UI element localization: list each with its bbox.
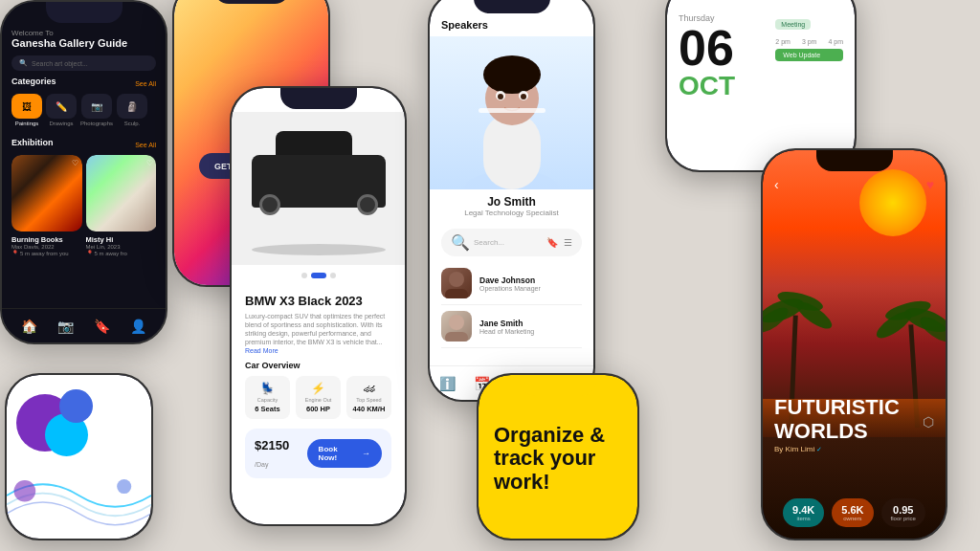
speakers-search-bar[interactable]: 🔍 Search... 🔖 ☰ <box>441 229 582 256</box>
cat-sculpt[interactable]: 🗿 <box>117 94 147 119</box>
speakers-header: Speakers <box>430 13 593 36</box>
spec-capacity: 💺 Capacity 6 Seats <box>245 376 290 419</box>
bmw-book-button[interactable]: Book Now! → <box>307 439 382 468</box>
speaker-job-title: Legal Technology Specialist <box>441 209 582 217</box>
cal-time-3: 4 pm <box>828 38 843 45</box>
art-card-burning[interactable]: ♡ Burning Books Max Davis, 2022 📍 5 m aw… <box>11 155 82 256</box>
ethereum-icon: ⬡ <box>923 414 934 430</box>
web-update-event: Web Update <box>775 49 843 61</box>
nav-gallery-icon[interactable]: 📷 <box>57 319 74 334</box>
stat-floor: 0.95 floor price <box>881 498 925 527</box>
art-burning-name: Burning Books <box>11 235 82 244</box>
futuristic-title-section: FUTURISTICWORLDS By Kim Limi ✓ <box>774 396 900 452</box>
speed-value: 440 KM/H <box>353 405 386 413</box>
speaker-item-dave[interactable]: Dave Johnson Operations Manager <box>441 262 582 305</box>
speakers-content: Speakers Jo Smith Legal Technology <box>430 0 593 400</box>
speaker-person-svg <box>464 46 560 189</box>
bmw-content: BMW X3 Black 2023 Luxury-compact SUV tha… <box>232 88 405 524</box>
bmw-model-name: BMW X3 Black 2023 <box>245 294 391 308</box>
speaker-name-section: Jo Smith Legal Technology Specialist <box>430 189 593 223</box>
bmw-price-unit: /Day <box>255 461 268 468</box>
svg-point-13 <box>449 315 464 330</box>
spec-engine: ⚡ Engine Out 600 HP <box>296 376 341 419</box>
svg-point-8 <box>498 94 503 99</box>
cat-paintings[interactable]: 🖼 <box>11 94 42 119</box>
bmw-car-image <box>232 112 405 265</box>
nav-home-icon[interactable]: 🏠 <box>21 319 37 334</box>
art-card-misty[interactable]: ♡ Misty Hi Mei Lin, 2023 📍 5 m away fro <box>86 155 157 256</box>
dave-role: Operations Manager <box>479 285 541 292</box>
heart-icon[interactable]: ♡ <box>72 159 78 167</box>
svg-rect-10 <box>479 108 546 113</box>
jane-role: Head of Marketing <box>479 328 534 335</box>
filter-icon[interactable]: ☰ <box>564 237 572 248</box>
cat-drawings[interactable]: ✏️ <box>46 94 77 119</box>
stat-items-value: 9.4K <box>792 504 814 516</box>
stat-owners: 5.6K owners <box>832 498 873 527</box>
notch-calendar <box>723 0 799 4</box>
futuristic-content: ‹ ♥ ⬡ FUTURISTICWORLDS By Kim Limi ✓ 9.4… <box>763 150 946 539</box>
exhibition-see-all[interactable]: See All <box>135 142 156 148</box>
engine-label: Engine Out <box>305 397 332 403</box>
bmw-book-arrow-icon: → <box>362 449 370 458</box>
notch-bmw <box>280 88 357 109</box>
notch-futuristic <box>816 150 893 171</box>
speaker-name: Jo Smith <box>441 195 582 209</box>
svg-rect-12 <box>445 289 468 298</box>
abstract-waves <box>7 462 151 529</box>
speaker-item-jane[interactable]: Jane Smith Head of Marketing <box>441 305 582 348</box>
stat-owners-label: owners <box>843 516 861 521</box>
avatar-dave <box>441 268 472 298</box>
abstract-content <box>7 375 151 539</box>
abstract-circle-navy <box>59 389 93 423</box>
jane-name: Jane Smith <box>479 319 534 328</box>
phone-calendar: Thursday 06 OCT Meeting 2 pm 3 pm 4 pm W… <box>665 0 857 172</box>
svg-point-0 <box>14 480 36 502</box>
engine-value: 600 HP <box>306 405 330 413</box>
capacity-value: 6 Seats <box>255 405 279 413</box>
dot-2-active[interactable] <box>311 273 326 278</box>
heart-icon-misty[interactable]: ♡ <box>146 159 153 167</box>
phone-gallery: Welcome To Ganesha Gallery Guide 🔍 Searc… <box>0 0 167 344</box>
cal-date-num: 06 <box>679 23 735 73</box>
stat-items-label: items <box>797 516 811 521</box>
engine-icon: ⚡ <box>311 382 325 395</box>
exhibition-label: Exhibition <box>11 138 54 147</box>
art-burning-distance: 📍 5 m away from you <box>11 250 82 256</box>
cat-paintings-label: Paintings <box>15 121 39 126</box>
bmw-specs: 💺 Capacity 6 Seats ⚡ Engine Out 600 HP 🏎… <box>245 376 391 419</box>
futuristic-author: By Kim Limi ✓ <box>774 445 900 453</box>
phone-speakers: Speakers Jo Smith Legal Technology <box>428 0 595 402</box>
capacity-label: Capacity <box>257 397 278 403</box>
nav-profile-icon[interactable]: 👤 <box>130 319 146 334</box>
read-more-link[interactable]: Read More <box>245 347 278 354</box>
speaker-list: Dave Johnson Operations Manager Jane Smi… <box>430 262 593 348</box>
gallery-search[interactable]: 🔍 Search art object... <box>11 55 156 71</box>
bookmark-icon[interactable]: 🔖 <box>546 237 558 248</box>
sp-nav-info[interactable]: ℹ️ <box>439 376 456 391</box>
nav-bookmark-icon[interactable]: 🔖 <box>94 319 110 334</box>
speed-icon: 🏎 <box>364 382 375 395</box>
favorite-button[interactable]: ♥ <box>926 177 934 192</box>
futuristic-sun <box>859 169 926 236</box>
speed-label: Top Speed <box>356 397 381 403</box>
futuristic-stats: 9.4K items 5.6K owners 0.95 floor price <box>763 498 946 527</box>
back-button[interactable]: ‹ <box>774 177 779 192</box>
stat-owners-value: 5.6K <box>841 504 863 516</box>
phone-abstract <box>5 373 153 540</box>
calendar-content: Thursday 06 OCT Meeting 2 pm 3 pm 4 pm W… <box>667 0 855 170</box>
cal-month-label: OCT <box>679 73 735 99</box>
cat-photos[interactable]: 📷 <box>81 94 112 119</box>
capacity-icon: 💺 <box>260 382 275 395</box>
search-icon: 🔍 <box>19 59 28 67</box>
svg-rect-14 <box>445 332 468 342</box>
art-misty-name: Misty Hi <box>86 235 157 244</box>
gallery-welcome: Welcome To <box>11 29 156 37</box>
organize-content: Organize & track your work! <box>479 375 637 539</box>
dot-1[interactable] <box>301 273 307 278</box>
dot-3[interactable] <box>330 273 336 278</box>
verified-icon: ✓ <box>816 446 822 452</box>
categories-see-all[interactable]: See All <box>135 80 156 87</box>
cat-sculpt-label: Sculp. <box>124 121 141 126</box>
bmw-description: Luxury-compact SUV that optimizes the pe… <box>245 312 391 355</box>
